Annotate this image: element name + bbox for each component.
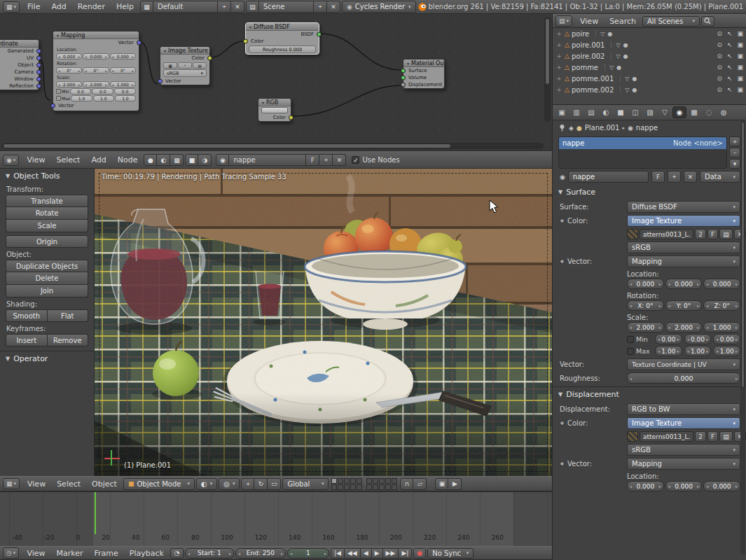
unlink-material-icon[interactable]: ✕ — [333, 154, 346, 166]
data-menu-dropdown[interactable]: Data▾ — [700, 171, 740, 183]
renderability-icon[interactable]: ▣ — [737, 52, 743, 59]
slot-specials-icon[interactable]: ▾ — [729, 159, 740, 169]
add-layout-icon[interactable]: ＋ — [218, 1, 231, 13]
origin-button[interactable]: Origin — [6, 235, 88, 248]
layer-toggle[interactable] — [379, 478, 385, 484]
image-new-icon[interactable]: ＋ — [178, 62, 192, 69]
layer-toggle[interactable] — [379, 484, 385, 490]
layer-toggle[interactable] — [373, 484, 378, 490]
expand-icon[interactable]: + — [555, 64, 562, 71]
roughness-field[interactable]: ◂0.000▸ — [627, 372, 740, 384]
selectability-icon[interactable]: ↖ — [727, 86, 733, 93]
image-preview-icon[interactable] — [627, 431, 638, 442]
image-preview-icon[interactable] — [627, 229, 638, 239]
delete-layout-icon[interactable]: ✕ — [231, 1, 244, 13]
color-node-dropdown[interactable]: Image Texture▾ — [627, 215, 740, 227]
min-checkbox[interactable] — [627, 336, 634, 343]
jump-to-end-icon[interactable]: ▶| — [399, 548, 412, 559]
image-users-button[interactable]: 2 — [695, 229, 706, 239]
editor-type-button[interactable]: ▦▾ — [3, 478, 20, 489]
expand-icon[interactable]: + — [555, 31, 562, 37]
visibility-icon[interactable]: ⊙ — [717, 52, 722, 59]
expand-icon[interactable]: + — [555, 42, 562, 48]
renderability-icon[interactable]: ▣ — [737, 30, 743, 37]
collapse-icon[interactable]: ▾ — [249, 24, 251, 29]
display-mode-dropdown[interactable]: All Scenes▾ — [642, 16, 700, 27]
material-slot-list[interactable]: nappe Node <none> — [558, 136, 727, 169]
tab-object-data[interactable]: ▽ — [658, 106, 672, 118]
color-output-socket[interactable] — [207, 56, 212, 61]
image-name-field[interactable]: atterns0013_L. — [640, 431, 693, 442]
expand-icon[interactable]: + — [555, 53, 562, 59]
world-shader-icon[interactable]: ◑ — [198, 154, 212, 166]
object-shader-icon[interactable]: ■ — [185, 154, 198, 166]
join-button[interactable]: Join — [6, 285, 88, 298]
max-checkbox[interactable] — [56, 96, 61, 101]
tab-render[interactable]: ▣ — [555, 106, 569, 118]
insert-keyframe-button[interactable]: Insert — [6, 334, 48, 346]
menu-object[interactable]: Object — [87, 479, 122, 489]
translate-manipulator-icon[interactable]: ＋ — [241, 478, 254, 490]
menu-search[interactable]: Search — [605, 16, 641, 27]
play-icon[interactable]: ▶ — [372, 548, 383, 559]
surface-shader-dropdown[interactable]: Diffuse BSDF▾ — [627, 201, 740, 213]
rotate-manipulator-icon[interactable]: ↻ — [254, 478, 268, 490]
add-slot-icon[interactable]: ＋ — [729, 136, 740, 146]
expand-icon[interactable]: + — [555, 87, 562, 93]
open-image-icon[interactable]: ▤ — [719, 431, 733, 442]
rotate-button[interactable]: Rotate — [6, 207, 88, 220]
vector-source-dropdown[interactable]: Texture Coordinate | UV▾ — [627, 358, 740, 370]
vector-node-dropdown[interactable]: Mapping▾ — [627, 255, 740, 267]
pin-icon[interactable] — [558, 124, 566, 132]
camera-output-socket[interactable] — [36, 70, 41, 75]
renderability-icon[interactable]: ▣ — [737, 75, 743, 82]
outliner-item-poire[interactable]: +△ poire ▽● ⊙↖▣ — [553, 28, 746, 39]
menu-view[interactable]: View — [22, 155, 50, 165]
layer-toggle[interactable] — [357, 478, 362, 484]
scene-browse-icon[interactable]: ▤ — [246, 1, 259, 13]
image-name-field[interactable]: atterns0013_L. — [640, 229, 693, 239]
tab-texture[interactable]: ▩ — [687, 106, 701, 118]
menu-playback[interactable]: Playback — [125, 548, 169, 559]
node-title-bar[interactable]: ▾Material Output — [403, 59, 444, 67]
layer-toggle[interactable] — [392, 484, 397, 490]
orientation-dropdown[interactable]: Global▾ — [282, 478, 329, 490]
record-icon[interactable]: ● — [413, 548, 426, 559]
menu-node[interactable]: Node — [113, 155, 143, 165]
render-anim-icon[interactable]: ▶ — [448, 478, 462, 490]
node-title-bar[interactable]: ▾Image Texture — [160, 47, 209, 55]
min-x-field[interactable]: ◂0.00▸ — [655, 334, 682, 344]
image-browse-icon[interactable]: ▦ — [163, 62, 177, 69]
selectability-icon[interactable]: ↖ — [727, 41, 733, 48]
layer-toggle[interactable] — [338, 478, 343, 484]
sync-dropdown[interactable]: No Sync▾ — [427, 548, 474, 559]
uv-output-socket[interactable] — [36, 56, 41, 61]
add-material-icon[interactable]: ＋ — [668, 171, 681, 183]
duplicate-objects-button[interactable]: Duplicate Objects — [6, 260, 88, 272]
prev-keyframe-icon[interactable]: ◀◀ — [345, 548, 361, 559]
frame-end-field[interactable]: ◂End: 250▸ — [235, 548, 286, 559]
menu-frame[interactable]: Frame — [90, 548, 123, 559]
frame-start-field[interactable]: ◂Start: 1▸ — [185, 548, 234, 559]
layer-toggle[interactable] — [366, 484, 372, 490]
menu-file[interactable]: File — [22, 1, 45, 12]
generated-output-socket[interactable] — [36, 49, 41, 54]
preview-range-icon[interactable]: ◔ — [170, 548, 184, 559]
surface-panel-header[interactable]: ▼Surface — [553, 185, 746, 199]
scale-x-field[interactable]: ◂2.000▸ — [56, 81, 82, 88]
scale-z-field[interactable]: ◂1.000▸ — [110, 81, 136, 88]
outliner-item-pomme-001[interactable]: +△ pomme.001 ▽● ⊙↖▣ — [553, 73, 746, 84]
breadcrumb-material[interactable]: nappe — [636, 124, 658, 132]
collapse-icon[interactable]: ▾ — [262, 100, 264, 105]
flat-button[interactable]: Flat — [48, 309, 89, 322]
menu-help[interactable]: Help — [111, 1, 139, 12]
window-output-socket[interactable] — [36, 77, 41, 82]
use-nodes-toggle[interactable]: ✓ Use Nodes — [352, 156, 399, 164]
object-tools-panel-header[interactable]: ▼Object Tools — [0, 169, 94, 183]
menu-view[interactable]: View — [575, 16, 603, 27]
menu-select[interactable]: Select — [52, 479, 85, 489]
node-title-bar[interactable]: ▾Diffuse BSDF — [246, 23, 319, 31]
rotation-z-field[interactable]: ◂Z: 0°▸ — [703, 300, 740, 311]
node-title-bar[interactable]: ▾Mapping — [53, 31, 139, 39]
image-open-icon[interactable]: ▤ — [193, 62, 207, 69]
